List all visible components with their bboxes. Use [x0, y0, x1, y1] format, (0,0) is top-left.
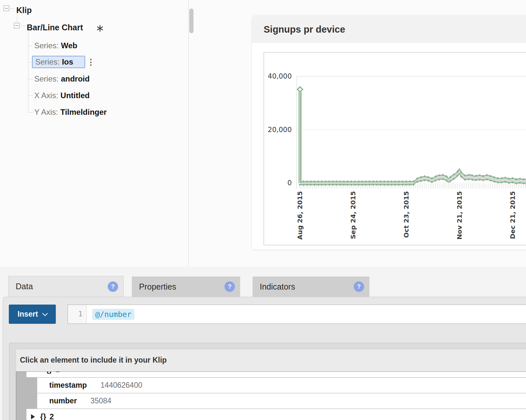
formula-editor[interactable]: 1 @/number	[68, 305, 526, 324]
expand-triangle-icon[interactable]	[31, 414, 35, 419]
tree-item-chart[interactable]: Bar/Line Chart	[27, 23, 83, 32]
kebab-menu-icon[interactable]: ⋮	[87, 57, 95, 67]
collapse-icon[interactable]	[14, 23, 20, 28]
modified-asterisk-icon: ∗	[96, 22, 104, 34]
collapse-minus-icon	[15, 25, 18, 26]
svg-text:Aug 26, 2015: Aug 26, 2015	[296, 191, 304, 240]
chart-widget: 40,000 20,000 0 Aug 26, 2015Sep 24, 2015…	[264, 52, 526, 245]
help-icon[interactable]: ?	[108, 281, 118, 292]
object-row-partial[interactable]: {} 1	[26, 372, 526, 378]
line-number-gutter: 1	[68, 305, 87, 323]
object-row-2[interactable]: {} 2	[26, 409, 526, 420]
object-icon: {}	[40, 412, 46, 420]
svg-text:Oct 23, 2015: Oct 23, 2015	[402, 191, 410, 238]
help-icon[interactable]: ?	[354, 281, 364, 292]
tree-connector	[20, 26, 25, 26]
data-tab-panel: Insert 1 @/number Click an element to in…	[3, 297, 526, 420]
panel-divider	[188, 0, 189, 267]
picker-instruction: Click an element to include it in your K…	[16, 349, 526, 371]
tree-item-x-axis[interactable]: X Axis:Untitled	[34, 91, 90, 100]
svg-text:Dec 21, 2015: Dec 21, 2015	[509, 191, 517, 239]
tree-item-klip[interactable]: Klip	[16, 6, 32, 15]
object-icon: {}	[46, 372, 52, 374]
chart-card-header: Signups pr device	[252, 15, 526, 43]
top-section: Klip Bar/Line Chart ∗ Series:Web Series:…	[0, 0, 526, 267]
chevron-down-icon	[42, 310, 48, 316]
element-picker: Click an element to include it in your K…	[16, 349, 526, 420]
formula-token[interactable]: @/number	[92, 309, 134, 320]
tree-connector	[28, 46, 33, 46]
tree-item-series-android[interactable]: Series:android	[34, 74, 90, 83]
collapse-icon[interactable]	[4, 6, 9, 11]
tree-item-series-ios[interactable]: Series:Ios	[32, 56, 85, 68]
tab-strip: Data ? Properties ? Indicators ?	[0, 267, 526, 297]
scrollbar-thumb[interactable]	[189, 8, 193, 33]
tree-connector	[28, 96, 33, 96]
chart-preview-card: Signups pr device 40,000 20,000 0 Aug 26…	[252, 15, 526, 249]
tree-item-series-web[interactable]: Series:Web	[34, 41, 77, 50]
collapse-minus-icon	[5, 8, 8, 8]
element-rows: {} 1 timestamp 1440626400 number 35084 {…	[16, 371, 526, 420]
tab-data[interactable]: Data ?	[8, 276, 124, 297]
tree-item-y-axis[interactable]: Y Axis:Tilmeldinger	[34, 108, 107, 117]
tree-connector	[10, 8, 15, 9]
field-row-timestamp[interactable]: timestamp 1440626400	[37, 378, 526, 393]
tree-connector	[28, 30, 28, 112]
help-icon[interactable]: ?	[224, 281, 235, 292]
data-preview-container: Click an element to include it in your K…	[9, 343, 526, 420]
tab-indicators[interactable]: Indicators ?	[253, 277, 369, 297]
field-row-number[interactable]: number 35084	[37, 393, 526, 409]
formula-line[interactable]: @/number	[87, 305, 526, 323]
line-chart-plot: Aug 26, 2015Sep 24, 2015Oct 23, 2015Nov …	[264, 52, 526, 245]
insert-button[interactable]: Insert	[9, 305, 56, 324]
tree-connector	[28, 79, 33, 79]
tree-connector	[17, 14, 17, 22]
tab-properties[interactable]: Properties ?	[132, 277, 240, 297]
svg-text:Nov 21, 2015: Nov 21, 2015	[456, 191, 463, 240]
svg-text:Sep 24, 2015: Sep 24, 2015	[349, 191, 357, 239]
chart-title: Signups pr device	[264, 15, 345, 42]
tree-connector	[28, 112, 33, 112]
